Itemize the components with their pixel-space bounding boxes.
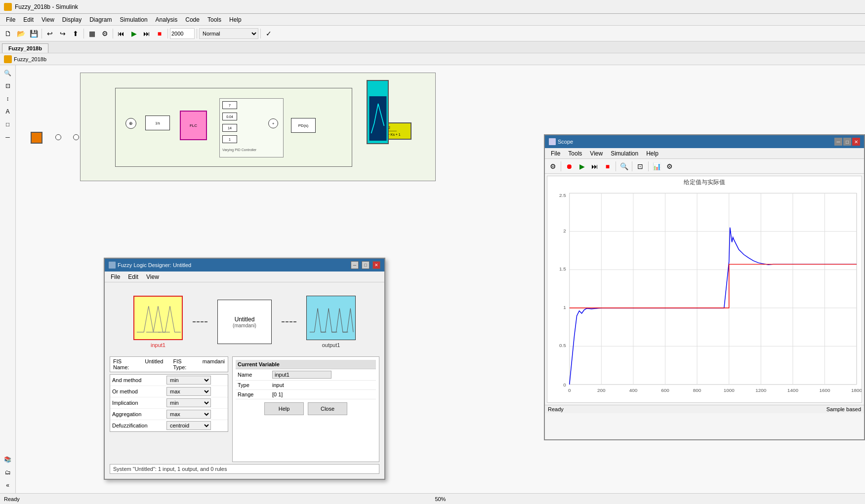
- scope-zoom-btn[interactable]: 🔍: [618, 160, 630, 172]
- help-btn[interactable]: Help: [264, 402, 304, 415]
- menu-view[interactable]: View: [38, 15, 58, 24]
- fuzzy-menu-file[interactable]: File: [107, 272, 124, 281]
- kp-block[interactable]: 7: [222, 101, 237, 109]
- scope-menu-help[interactable]: Help: [642, 149, 662, 158]
- text-btn[interactable]: A: [2, 106, 14, 117]
- up-btn[interactable]: ⬆: [70, 28, 82, 39]
- select-btn[interactable]: ↕: [2, 93, 14, 105]
- fuzzy-title: Fuzzy Logic Designer: Untitled: [118, 262, 348, 268]
- collapse-btn[interactable]: «: [2, 479, 14, 491]
- scope-export-btn[interactable]: 📊: [651, 160, 662, 172]
- pid-sum[interactable]: +: [268, 118, 278, 128]
- cv-name-input[interactable]: [272, 371, 331, 379]
- fuzzy-menu-view[interactable]: View: [142, 272, 163, 281]
- pids-block[interactable]: PD(s): [291, 118, 316, 133]
- scope-stop-btn[interactable]: ■: [602, 160, 614, 172]
- scope-step-btn[interactable]: ⏭: [589, 160, 601, 172]
- k4-block[interactable]: 1: [222, 135, 237, 143]
- settings-btn[interactable]: ⚙: [99, 28, 111, 39]
- breadcrumb-path[interactable]: Fuzzy_2018b: [14, 56, 46, 62]
- explorer-btn[interactable]: 🗂: [2, 466, 14, 478]
- and-label: And method: [112, 377, 166, 383]
- cv-type-value: input: [272, 382, 374, 388]
- step-back-btn[interactable]: ⏮: [115, 28, 127, 39]
- zoom-in-btn[interactable]: 🔍: [2, 67, 14, 79]
- fuzzy-close-btn[interactable]: ✕: [372, 261, 380, 269]
- and-select-wrapper: minprod: [166, 376, 226, 385]
- play-btn[interactable]: ▶: [128, 28, 140, 39]
- sim-mode-select[interactable]: Normal: [199, 28, 258, 39]
- kd-block[interactable]: 14: [222, 124, 237, 132]
- tf-block[interactable]: 1/s: [145, 116, 170, 130]
- aggregation-select-wrapper: maxsum: [166, 410, 226, 419]
- scope-status-right: Sample based: [826, 406, 861, 412]
- fis-system-box[interactable]: Untitled (mamdani): [217, 300, 272, 344]
- fis-input-box[interactable]: [133, 296, 183, 340]
- scope-minimize-btn[interactable]: ─: [834, 138, 842, 146]
- menu-display[interactable]: Display: [58, 15, 85, 24]
- scope-config-btn[interactable]: ⚙: [663, 160, 675, 172]
- fis-btn-row: Help Close: [236, 402, 376, 415]
- scope-menu-file[interactable]: File: [547, 149, 564, 158]
- box-btn[interactable]: □: [2, 118, 14, 130]
- scope-fit-btn[interactable]: ⊡: [634, 160, 646, 172]
- breadcrumb-bar: Fuzzy_2018b: [0, 53, 865, 65]
- fis-diagram: input1 Untitled (mamdani): [110, 287, 379, 356]
- svg-text:2.5: 2.5: [559, 193, 566, 198]
- ki-block[interactable]: 0.04: [222, 113, 237, 120]
- scope-menu-simulation[interactable]: Simulation: [607, 149, 642, 158]
- scope-menu-tools[interactable]: Tools: [564, 149, 586, 158]
- sum-block[interactable]: ⊕: [125, 118, 136, 129]
- defuzz-select[interactable]: centroidbisectormom: [166, 421, 211, 430]
- fit-btn[interactable]: ⊡: [2, 80, 14, 92]
- scope-maximize-btn[interactable]: □: [843, 138, 851, 146]
- fuzzy-maximize-btn[interactable]: □: [362, 261, 370, 269]
- fis-output-box[interactable]: [306, 296, 356, 340]
- close-btn[interactable]: Close: [308, 402, 347, 415]
- cv-type-label: Type: [238, 382, 272, 388]
- menu-file[interactable]: File: [2, 15, 19, 24]
- menu-edit[interactable]: Edit: [19, 15, 38, 24]
- library-btn[interactable]: 📚: [2, 454, 14, 465]
- scope-close-btn[interactable]: ✕: [852, 138, 860, 146]
- menu-help[interactable]: Help: [225, 15, 246, 24]
- undo-btn[interactable]: ↩: [44, 28, 56, 39]
- menu-tools[interactable]: Tools: [204, 15, 225, 24]
- and-method-select[interactable]: minprod: [166, 376, 211, 385]
- scope-window: Scope ─ □ ✕ File Tools View Simulation H…: [544, 134, 865, 440]
- grid-btn[interactable]: ▦: [86, 28, 98, 39]
- scope-menu-view[interactable]: View: [586, 149, 607, 158]
- step-btn[interactable]: ⏭: [141, 28, 153, 39]
- cv-range-row: Range [0 1]: [236, 390, 376, 399]
- menu-simulation[interactable]: Simulation: [116, 15, 152, 24]
- redo-btn[interactable]: ↪: [57, 28, 69, 39]
- cv-type-row: Type input: [236, 381, 376, 390]
- app-title: Fuzzy_2018b - Simulink: [15, 3, 78, 10]
- svg-text:1000: 1000: [724, 388, 735, 393]
- open-btn[interactable]: 📂: [15, 28, 27, 39]
- scope-play-btn[interactable]: ▶: [576, 160, 588, 172]
- menu-code[interactable]: Code: [181, 15, 204, 24]
- svg-text:600: 600: [661, 388, 669, 393]
- fuzzy-minimize-btn[interactable]: ─: [351, 261, 359, 269]
- save-btn[interactable]: 💾: [28, 28, 40, 39]
- stop-btn[interactable]: ■: [154, 28, 165, 39]
- menu-diagram[interactable]: Diagram: [85, 15, 116, 24]
- scope-record-btn[interactable]: ⏺: [563, 160, 575, 172]
- check-btn[interactable]: ✓: [263, 28, 275, 39]
- scope-block[interactable]: [367, 80, 389, 144]
- sim-time-input[interactable]: [170, 28, 195, 39]
- svg-text:200: 200: [597, 388, 606, 393]
- aggregation-select[interactable]: maxsum: [166, 410, 211, 419]
- menu-analysis[interactable]: Analysis: [152, 15, 182, 24]
- or-method-select[interactable]: maxprobor: [166, 387, 211, 396]
- tab-main[interactable]: Fuzzy_2018b: [2, 43, 48, 53]
- fuzzy-block[interactable]: FLC: [180, 111, 207, 140]
- implication-select[interactable]: minprod: [166, 398, 211, 407]
- scope-menu-bar: File Tools View Simulation Help: [545, 148, 864, 159]
- fuzzy-menu-edit[interactable]: Edit: [124, 272, 142, 281]
- line-btn[interactable]: ─: [2, 131, 14, 143]
- new-btn[interactable]: 🗋: [2, 28, 14, 39]
- source-block[interactable]: [31, 132, 42, 144]
- scope-settings-btn[interactable]: ⚙: [547, 160, 559, 172]
